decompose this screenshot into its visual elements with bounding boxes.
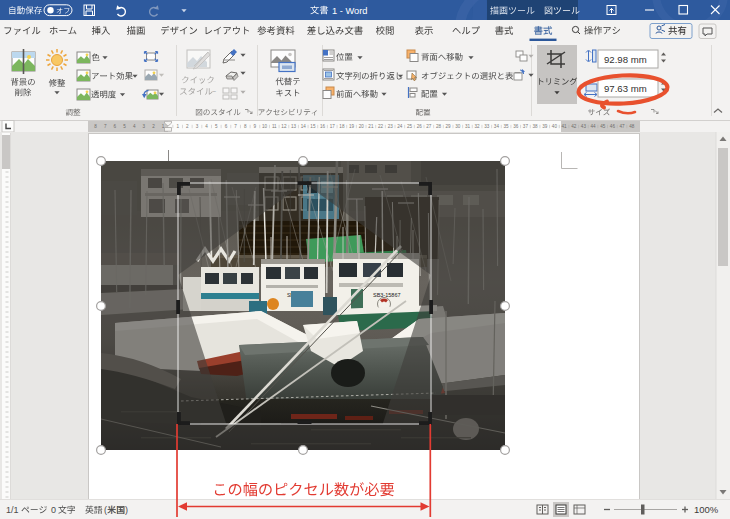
svg-text:8: 8 — [244, 124, 247, 129]
svg-text:4: 4 — [133, 124, 136, 129]
svg-text:40: 40 — [552, 124, 558, 129]
svg-text:1/1: 1/1 — [6, 505, 19, 515]
svg-text:19: 19 — [349, 124, 355, 129]
svg-text:14: 14 — [301, 124, 307, 129]
svg-text:29: 29 — [446, 124, 452, 129]
svg-text:11: 11 — [272, 124, 277, 129]
svg-text:7: 7 — [234, 124, 237, 129]
svg-text:13: 13 — [291, 124, 297, 129]
svg-text:25: 25 — [407, 124, 413, 129]
svg-text:2: 2 — [152, 124, 155, 129]
svg-text:0: 0 — [51, 505, 56, 515]
svg-text:16: 16 — [320, 124, 326, 129]
svg-text:27: 27 — [426, 124, 432, 129]
svg-text:10: 10 — [262, 124, 268, 129]
svg-text:39: 39 — [542, 124, 548, 129]
svg-text:23: 23 — [388, 124, 394, 129]
svg-text:2: 2 — [186, 124, 189, 129]
svg-text:47: 47 — [619, 124, 625, 129]
svg-text:92.98 mm: 92.98 mm — [604, 54, 647, 65]
svg-text:SB3-15867: SB3-15867 — [373, 292, 401, 298]
svg-text:28: 28 — [436, 124, 442, 129]
svg-text:30: 30 — [455, 124, 461, 129]
svg-text:34: 34 — [494, 124, 500, 129]
svg-text:6: 6 — [114, 124, 117, 129]
svg-text:7: 7 — [104, 124, 107, 129]
svg-text:12: 12 — [281, 124, 287, 129]
svg-text:5: 5 — [123, 124, 126, 129]
svg-text:97.63 mm: 97.63 mm — [604, 83, 647, 94]
svg-text:22: 22 — [378, 124, 384, 129]
svg-text:48: 48 — [629, 124, 635, 129]
svg-text:38: 38 — [533, 124, 539, 129]
svg-text:(米国): (米国) — [104, 505, 128, 515]
svg-text:37: 37 — [523, 124, 529, 129]
svg-text:35: 35 — [504, 124, 510, 129]
svg-text:~: ~ — [212, 88, 216, 95]
svg-text:24: 24 — [397, 124, 403, 129]
svg-text:4: 4 — [205, 124, 208, 129]
svg-text:1 - Word: 1 - Word — [332, 6, 367, 16]
svg-text:3: 3 — [196, 124, 199, 129]
svg-text:15: 15 — [310, 124, 316, 129]
svg-text:1: 1 — [176, 124, 179, 129]
svg-text:33: 33 — [484, 124, 490, 129]
svg-text:32: 32 — [475, 124, 481, 129]
svg-text:46: 46 — [610, 124, 616, 129]
svg-text:21: 21 — [368, 124, 374, 129]
svg-text:43: 43 — [581, 124, 587, 129]
svg-text:5: 5 — [215, 124, 218, 129]
svg-text:100%: 100% — [694, 504, 719, 515]
svg-text:45: 45 — [600, 124, 606, 129]
svg-text:9: 9 — [254, 124, 257, 129]
svg-text:20: 20 — [359, 124, 365, 129]
svg-text:8: 8 — [94, 124, 97, 129]
svg-text:44: 44 — [590, 124, 596, 129]
svg-text:3: 3 — [143, 124, 146, 129]
svg-text:17: 17 — [330, 124, 336, 129]
svg-text:26: 26 — [417, 124, 423, 129]
svg-text:42: 42 — [571, 124, 577, 129]
svg-text:6: 6 — [225, 124, 228, 129]
svg-text:36: 36 — [513, 124, 519, 129]
svg-text:18: 18 — [339, 124, 345, 129]
svg-text:41: 41 — [562, 124, 568, 129]
svg-text:31: 31 — [465, 124, 471, 129]
